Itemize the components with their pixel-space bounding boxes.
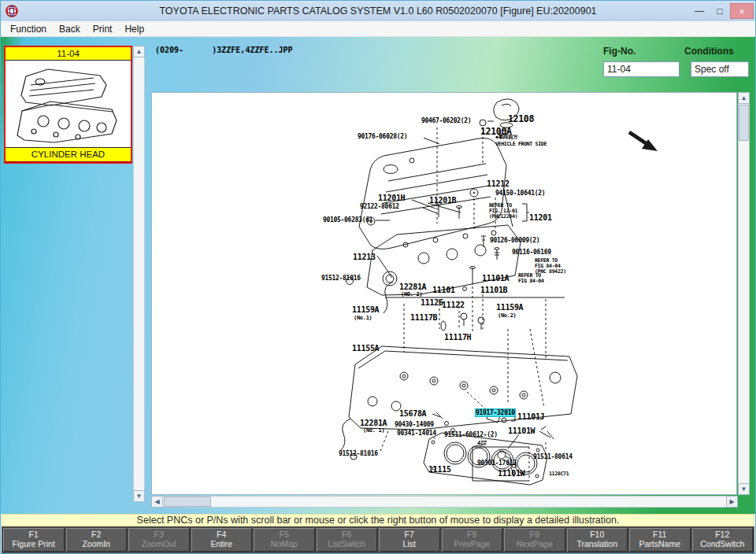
part-label[interactable]: 12281A — [360, 419, 387, 427]
part-label[interactable]: 90176-06028(2) — [358, 133, 407, 140]
part-label[interactable]: 90341-14014 — [397, 430, 436, 437]
part-label[interactable]: 4ZZ — [477, 440, 487, 446]
sidebar-scroll-up-icon[interactable]: ▲ — [133, 46, 145, 57]
part-label[interactable]: 12108 — [508, 113, 534, 124]
fkey-button[interactable]: F3 ZoomOut — [128, 528, 190, 552]
fkey-label: F5 — [254, 530, 314, 539]
fkey-caption: ZoomOut — [129, 539, 189, 548]
part-label[interactable]: 11126 — [421, 298, 443, 307]
fkey-button[interactable]: F8 PrevPage — [442, 528, 503, 552]
part-label[interactable]: 11201H — [378, 194, 405, 202]
fkey-label: F12 — [693, 530, 753, 539]
part-label[interactable]: 11101 — [432, 286, 455, 294]
fkey-caption: Figure Print — [4, 539, 64, 548]
part-label[interactable]: 92122-80612 — [360, 203, 399, 210]
part-label[interactable]: 11101J — [517, 412, 544, 421]
part-label[interactable]: 11101A — [482, 274, 509, 283]
part-label[interactable]: 11212 — [487, 179, 510, 188]
fkey-button[interactable]: F7 List — [379, 528, 440, 552]
part-label[interactable]: 11155A — [352, 344, 379, 353]
status-bar: Select PNCs or P/Ns with scroll bar or m… — [2, 514, 754, 526]
menu-item[interactable]: Back — [53, 22, 87, 36]
figure-thumbnail[interactable]: 11-04 CYLINDER HEAD — [4, 46, 132, 164]
part-label[interactable]: 91512-81016 — [321, 275, 361, 282]
fkey-button[interactable]: F2 ZoomIn — [66, 528, 128, 552]
part-label[interactable]: 11117B — [410, 313, 437, 322]
part-label[interactable]: 90301-17013 — [477, 460, 517, 467]
fkey-button[interactable]: F5 NoMap — [254, 528, 315, 552]
canvas-hscrollbar[interactable] — [151, 496, 738, 508]
conditions-input[interactable] — [691, 61, 749, 77]
fkey-button[interactable]: F10 Translation — [567, 528, 628, 552]
fkey-button[interactable]: F9 NextPage — [504, 528, 565, 552]
fkey-label: F11 — [630, 530, 690, 539]
part-label[interactable]: 15678A — [399, 409, 426, 418]
canvas-scroll-left-icon[interactable]: ◀ — [151, 496, 163, 508]
part-label[interactable]: 91512-81016 — [339, 450, 378, 457]
model-code-line: (0209- )3ZZFE,4ZZFE..JPP — [155, 46, 293, 54]
part-label[interactable]: (NO. 2) — [401, 291, 422, 297]
minimize-button[interactable]: — — [689, 3, 710, 19]
canvas-hscroll-thumb[interactable] — [164, 497, 211, 507]
menu-item[interactable]: Print — [87, 22, 119, 36]
part-label[interactable]: (No.2) — [498, 312, 517, 319]
thumbnail-image — [6, 61, 131, 147]
part-label[interactable]: 11117H — [444, 333, 471, 342]
part-label[interactable]: 11101W — [508, 427, 535, 435]
fkey-label: F4 — [192, 530, 252, 539]
fkey-label: F8 — [443, 530, 502, 539]
conditions-label: Conditions — [684, 46, 734, 57]
part-label[interactable]: 90116-06169 — [512, 249, 551, 256]
fig-no-label: Fig-No. — [603, 46, 636, 57]
part-label[interactable]: 12281A — [399, 283, 426, 291]
part-label[interactable]: (No.1) — [354, 315, 372, 321]
fkey-caption: Entire — [192, 539, 252, 548]
canvas-vscroll-thumb[interactable] — [739, 105, 749, 141]
fkey-button[interactable]: F11 PartsName — [629, 528, 691, 552]
part-label[interactable]: 90430-14009 — [395, 421, 434, 428]
menu-item[interactable]: Help — [118, 22, 150, 36]
fkey-caption: PartsName — [630, 539, 690, 548]
part-label[interactable]: (NO. 1) — [363, 427, 384, 434]
fkey-button[interactable]: F6 ListSwitch — [317, 528, 378, 552]
function-key-bar: F1 Figure Print F2 ZoomIn F3 ZoomOut F4 … — [2, 526, 754, 553]
fkey-caption: NoMap — [254, 539, 314, 548]
thumbnail-caption: CYLINDER HEAD — [6, 147, 131, 161]
part-label[interactable]: 11159A — [352, 305, 379, 314]
part-label[interactable]: 91511-80614 — [533, 453, 573, 460]
part-label[interactable]: 91511-60612-(2) — [444, 431, 498, 438]
maximize-button[interactable]: □ — [710, 3, 730, 19]
fkey-caption: ZoomIn — [67, 539, 127, 548]
fkey-button[interactable]: F4 Entire — [191, 528, 253, 552]
part-label[interactable]: REFER TO FIG. 12-01 (PNC12204) — [489, 203, 517, 220]
fkey-button[interactable]: F1 Figure Print — [3, 528, 65, 552]
part-label[interactable]: 11101B — [480, 286, 507, 294]
figure-canvas[interactable]: 90467-06202(2)1210812108A90176-06028(2)◆… — [151, 92, 737, 495]
close-button[interactable]: × — [730, 3, 754, 19]
sidebar-scrollbar[interactable] — [133, 46, 145, 502]
sidebar-scroll-down-icon[interactable]: ▼ — [133, 490, 145, 502]
part-label[interactable]: 90126-06009(2) — [490, 237, 539, 244]
part-label[interactable]: 11201 — [529, 213, 552, 222]
part-label[interactable]: 11115 — [428, 465, 451, 474]
part-label[interactable]: 90105-06283(6) — [323, 216, 372, 223]
part-label[interactable]: VEHICLE FRONT SIDE — [495, 142, 547, 147]
part-label[interactable]: ◆車両前方 — [495, 135, 517, 140]
part-label[interactable]: 90467-06202(2) — [421, 117, 471, 124]
part-label[interactable]: 1128C71 — [549, 471, 569, 477]
part-label[interactable]: 11201B — [429, 196, 456, 205]
part-label[interactable]: 11213 — [353, 253, 376, 261]
canvas-vscrollbar[interactable] — [738, 92, 750, 495]
canvas-scroll-right-icon[interactable]: ▶ — [726, 496, 738, 508]
menu-item[interactable]: Function — [4, 22, 53, 36]
part-label[interactable]: 11122 — [442, 301, 465, 309]
part-label[interactable]: 91917-32010 — [476, 409, 515, 416]
canvas-scroll-down-icon[interactable]: ▼ — [738, 483, 750, 495]
part-label[interactable]: 11101W — [498, 469, 524, 478]
fig-no-input[interactable] — [603, 61, 680, 77]
fkey-button[interactable]: F12 CondSwitch — [692, 528, 754, 552]
part-label[interactable]: 11159A — [496, 303, 523, 312]
canvas-scroll-up-icon[interactable]: ▲ — [738, 92, 750, 104]
part-label[interactable]: 94150-10641(2) — [495, 190, 545, 197]
part-label[interactable]: REFER TO FIG 84-04 — [518, 273, 544, 284]
